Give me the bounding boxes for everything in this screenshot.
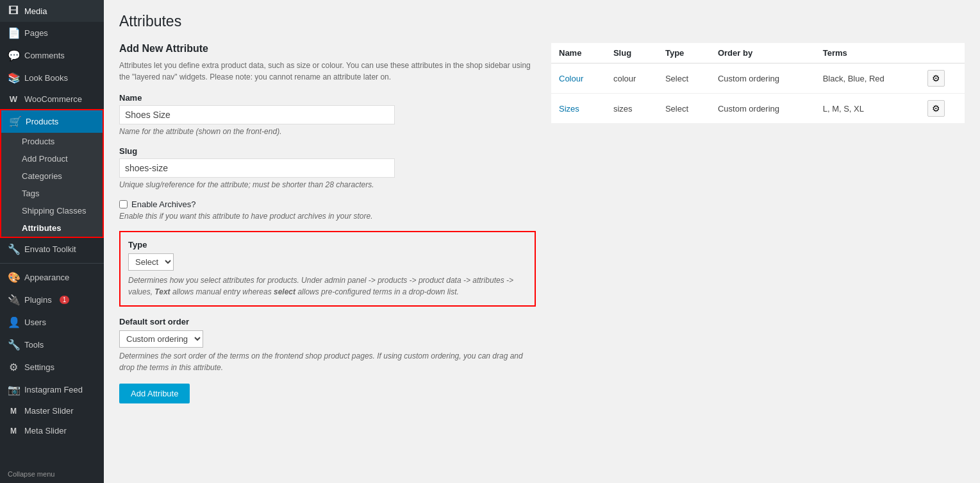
masterslider-icon: M — [8, 407, 19, 416]
tools-icon: 🔧 — [8, 339, 19, 351]
lookbooks-icon: 📚 — [8, 72, 19, 84]
gear-settings-button[interactable]: ⚙ — [927, 70, 945, 87]
instagram-icon: 📷 — [8, 384, 19, 396]
table-panel: Name Slug Type Order by Terms Colour col… — [551, 43, 965, 403]
products-icon: 🛒 — [9, 115, 21, 128]
sidebar-item-label: Comments — [24, 51, 65, 60]
cell-order-by: Custom ordering — [710, 94, 815, 124]
table-row: Colour colour Select Custom ordering Bla… — [551, 64, 965, 94]
cell-order-by: Custom ordering — [710, 64, 815, 94]
submenu-item-products[interactable]: Products — [1, 133, 103, 150]
plugins-icon: 🔌 — [8, 294, 19, 306]
add-attribute-button[interactable]: Add Attribute — [119, 384, 190, 403]
submenu-item-categories[interactable]: Categories — [1, 167, 103, 185]
enable-archives-checkbox[interactable] — [119, 200, 128, 208]
default-sort-select[interactable]: Custom ordering Name Name (numeric) Term… — [119, 330, 203, 348]
sidebar-item-label: Meta Slider — [24, 426, 67, 436]
sidebar-item-label: Instagram Feed — [24, 385, 83, 394]
cell-actions: ⚙ — [920, 64, 965, 94]
sidebar-item-media[interactable]: 🎞 Media — [0, 0, 104, 22]
sidebar-item-label: Envato Toolkit — [24, 244, 76, 254]
sidebar-item-products[interactable]: 🛒 Products — [1, 110, 103, 133]
sidebar-item-pages[interactable]: 📄 Pages — [0, 22, 104, 44]
sidebar: 🎞 Media 📄 Pages 💬 Comments 📚 Look Books … — [0, 0, 104, 483]
enable-archives-hint: Enable this if you want this attribute t… — [119, 212, 536, 221]
cell-slug: colour — [606, 64, 658, 94]
sidebar-item-appearance[interactable]: 🎨 Appearance — [0, 266, 104, 289]
col-slug: Slug — [606, 43, 658, 64]
slug-field-group: Slug Unique slug/reference for the attri… — [119, 146, 536, 189]
sidebar-item-label: WooCommerce — [24, 94, 82, 104]
appearance-icon: 🎨 — [8, 271, 19, 284]
sidebar-item-plugins[interactable]: 🔌 Plugins 1 — [0, 289, 104, 311]
products-menu-section: 🛒 Products Products Add Product Categori… — [0, 109, 104, 238]
submenu-item-shipping-classes[interactable]: Shipping Classes — [1, 202, 103, 219]
name-hint: Name for the attribute (shown on the fro… — [119, 127, 536, 136]
cell-actions: ⚙ — [920, 94, 965, 124]
name-label: Name — [119, 93, 536, 103]
type-section: Type Select Text Determines how you sele… — [119, 231, 536, 307]
sidebar-item-settings[interactable]: ⚙ Settings — [0, 356, 104, 378]
envato-icon: 🔧 — [8, 243, 19, 255]
comments-icon: 💬 — [8, 49, 19, 62]
sidebar-item-instagram[interactable]: 📷 Instagram Feed — [0, 378, 104, 401]
sidebar-item-masterslider[interactable]: M Master Slider — [0, 401, 104, 421]
gear-settings-button[interactable]: ⚙ — [927, 100, 945, 117]
name-field-group: Name Name for the attribute (shown on th… — [119, 93, 536, 136]
sort-hint: Determines the sort order of the terms o… — [119, 350, 536, 373]
sidebar-item-lookbooks[interactable]: 📚 Look Books — [0, 67, 104, 89]
type-select-bold: select — [274, 287, 295, 296]
main-content: Attributes Add New Attribute Attributes … — [104, 0, 980, 483]
submenu-item-attributes[interactable]: Attributes — [1, 219, 103, 237]
sidebar-item-comments[interactable]: 💬 Comments — [0, 44, 104, 67]
sidebar-item-label: Pages — [24, 28, 48, 38]
content-area: Add New Attribute Attributes let you def… — [119, 43, 965, 403]
sidebar-item-label: Settings — [24, 362, 54, 372]
slug-hint: Unique slug/reference for the attribute;… — [119, 180, 536, 189]
products-submenu: Products Add Product Categories Tags Shi… — [1, 133, 103, 237]
type-text-bold: Text — [154, 287, 170, 296]
col-terms: Terms — [815, 43, 920, 64]
sidebar-item-users[interactable]: 👤 Users — [0, 311, 104, 334]
name-input[interactable] — [119, 105, 395, 124]
type-select[interactable]: Select Text — [128, 253, 174, 271]
sidebar-item-label: Users — [24, 318, 46, 327]
cell-type: Select — [658, 94, 710, 124]
page-title: Attributes — [119, 13, 965, 30]
pages-icon: 📄 — [8, 27, 19, 39]
settings-icon: ⚙ — [8, 361, 19, 373]
col-name: Name — [551, 43, 606, 64]
submenu-item-add-product[interactable]: Add Product — [1, 150, 103, 167]
users-icon: 👤 — [8, 316, 19, 328]
sidebar-item-woocommerce[interactable]: W WooCommerce — [0, 89, 104, 109]
enable-archives-label: Enable Archives? — [131, 199, 195, 209]
woocommerce-icon: W — [8, 94, 19, 104]
cell-type: Select — [658, 64, 710, 94]
type-description: Determines how you select attributes for… — [128, 275, 527, 298]
attr-name-link[interactable]: Sizes — [559, 104, 579, 114]
sidebar-item-label: Tools — [24, 340, 44, 350]
sidebar-item-tools[interactable]: 🔧 Tools — [0, 334, 104, 356]
sidebar-item-metaslider[interactable]: M Meta Slider — [0, 421, 104, 441]
table-row: Sizes sizes Select Custom ordering L, M,… — [551, 94, 965, 124]
slug-label: Slug — [119, 146, 536, 156]
metaslider-icon: M — [8, 427, 19, 436]
type-desc-part3: allows pre-configured terms in a drop-do… — [295, 287, 459, 296]
attr-name-link[interactable]: Colour — [559, 74, 583, 83]
table-header-row: Name Slug Type Order by Terms — [551, 43, 965, 64]
sidebar-item-envato[interactable]: 🔧 Envato Toolkit — [0, 238, 104, 260]
col-actions — [920, 43, 965, 64]
plugins-badge: 1 — [60, 296, 70, 304]
cell-terms: Black, Blue, Red — [815, 64, 920, 94]
sidebar-item-label: Media — [24, 6, 47, 16]
submenu-item-tags[interactable]: Tags — [1, 185, 103, 202]
attributes-table: Name Slug Type Order by Terms Colour col… — [551, 43, 965, 123]
sidebar-item-label: Products — [26, 117, 58, 126]
slug-input[interactable] — [119, 158, 395, 178]
cell-terms: L, M, S, XL — [815, 94, 920, 124]
sidebar-item-label: Plugins — [24, 295, 52, 305]
cell-name: Sizes — [551, 94, 606, 124]
sidebar-item-label: Master Slider — [24, 406, 74, 416]
type-label: Type — [128, 240, 527, 250]
collapse-menu[interactable]: Collapse menu — [0, 465, 104, 483]
